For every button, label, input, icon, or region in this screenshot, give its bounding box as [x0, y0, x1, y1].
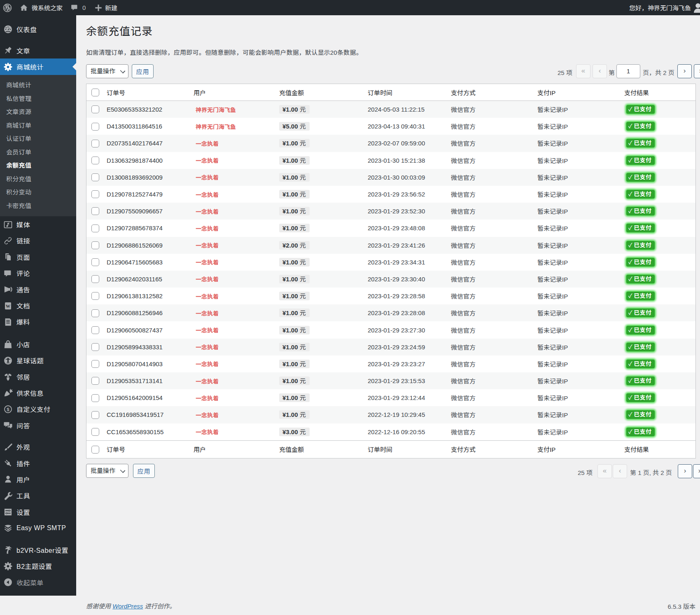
svg-text:W: W — [6, 303, 10, 308]
svg-text:$: $ — [7, 407, 9, 412]
